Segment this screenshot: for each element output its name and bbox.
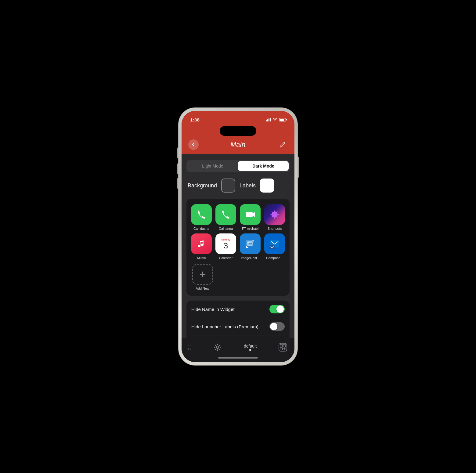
signal-bar-4 <box>270 118 271 121</box>
app-item-compose[interactable]: Compose... <box>264 233 285 260</box>
phone-screen: 1:38 <box>182 111 294 362</box>
svg-rect-0 <box>246 212 253 217</box>
add-new-label: Add New <box>196 287 209 290</box>
app-label-shortcuts: Shortcuts <box>268 227 282 230</box>
svg-rect-5 <box>269 245 275 249</box>
background-label: Background <box>188 182 217 189</box>
setting-hide-labels: Hide Launcher Labels (Premium) <box>186 318 290 335</box>
app-label-imageresize: ImageResi... <box>241 256 260 260</box>
labels-color-swatch[interactable] <box>260 179 274 193</box>
app-icon-compose <box>264 233 285 254</box>
battery-fill <box>280 119 284 121</box>
app-icon-ft-michael <box>240 204 261 225</box>
hide-labels-label: Hide Launcher Labels (Premium) <box>191 324 258 329</box>
page-title: Main <box>230 141 246 149</box>
app-icon-music <box>191 233 212 254</box>
status-time: 1:38 <box>190 117 200 122</box>
hide-labels-toggle[interactable] <box>269 322 285 331</box>
signal-bar-2 <box>267 119 268 121</box>
status-icons <box>266 117 286 122</box>
calendar-day: Sunday <box>222 238 230 241</box>
app-icon-call-anna <box>215 204 236 225</box>
setting-hide-name: Hide Name in Widget <box>186 301 290 318</box>
bottom-name-area: default <box>244 344 257 351</box>
battery-icon <box>279 118 286 121</box>
status-bar: 1:38 <box>182 111 294 126</box>
nav-bar: Main <box>182 138 294 154</box>
app-icon-shortcuts <box>264 204 285 225</box>
svg-rect-8 <box>280 345 283 347</box>
light-mode-button[interactable]: Light Mode <box>187 161 238 171</box>
svg-rect-7 <box>279 343 287 351</box>
app-icon-imageresize <box>240 233 261 254</box>
svg-point-3 <box>248 242 250 244</box>
back-button[interactable] <box>188 139 199 150</box>
bottom-bar: 8 12 default <box>182 338 294 355</box>
signal-bars-icon <box>266 118 271 121</box>
wifi-icon <box>272 117 277 122</box>
app-label-music: Music <box>197 256 206 260</box>
add-new-item[interactable]: Add New <box>191 264 215 290</box>
bottom-name: default <box>244 344 257 348</box>
add-new-icon <box>192 264 213 285</box>
header-area: 1:38 <box>182 111 294 154</box>
edit-button[interactable] <box>277 139 288 150</box>
add-widget-button[interactable] <box>277 342 288 353</box>
labels-label: Labels <box>240 182 256 189</box>
app-item-call-dasha[interactable]: Call dasha <box>191 204 212 230</box>
app-item-music[interactable]: Music <box>191 233 212 260</box>
app-label-call-anna: Call anna <box>219 227 233 230</box>
color-row: Background Labels <box>186 179 290 193</box>
svg-rect-9 <box>283 345 286 347</box>
dark-mode-button[interactable]: Dark Mode <box>238 161 289 171</box>
background-color-swatch[interactable] <box>221 179 235 193</box>
home-indicator-area <box>182 355 294 362</box>
toggle-knob-2 <box>270 323 277 330</box>
app-item-call-anna[interactable]: Call anna <box>215 204 236 230</box>
settings-container: Hide Name in Widget Hide Launcher Labels… <box>186 301 290 338</box>
phone-frame: 1:38 <box>179 108 298 365</box>
app-icon-calendar: Sunday 3 <box>215 233 236 254</box>
app-item-shortcuts[interactable]: Shortcuts <box>264 204 285 230</box>
bottom-dot <box>249 349 251 351</box>
app-grid: Call dasha Call anna <box>191 204 285 260</box>
svg-rect-10 <box>280 348 283 350</box>
main-content: Light Mode Dark Mode Background Labels <box>182 154 294 338</box>
signal-bar-3 <box>269 118 269 121</box>
app-label-compose: Compose... <box>266 256 283 260</box>
app-label-ft-michael: FT michael <box>242 227 258 230</box>
counter-bottom: 12 <box>188 347 191 351</box>
settings-gear-button[interactable] <box>212 342 223 353</box>
counter-display: 8 12 <box>188 343 191 351</box>
app-label-call-dasha: Call dasha <box>193 227 209 230</box>
calendar-date: 3 <box>224 242 228 250</box>
app-icon-call-dasha <box>191 204 212 225</box>
app-grid-container: Call dasha Call anna <box>186 199 290 296</box>
home-bar <box>218 357 258 359</box>
add-new-row: Add New <box>191 263 285 290</box>
app-item-calendar[interactable]: Sunday 3 Calendar <box>215 233 236 260</box>
counter-top: 8 <box>189 343 190 347</box>
dynamic-island <box>220 126 256 136</box>
svg-point-6 <box>216 346 219 348</box>
app-item-imageresize[interactable]: ImageResi... <box>240 233 261 260</box>
hide-name-label: Hide Name in Widget <box>191 307 235 312</box>
signal-bar-1 <box>266 120 267 121</box>
app-item-ft-michael[interactable]: FT michael <box>240 204 261 230</box>
hide-name-toggle[interactable] <box>269 305 285 313</box>
setting-launcher-size: Launcher Size (Premium) <box>186 335 290 338</box>
app-label-calendar: Calendar <box>219 256 233 260</box>
mode-toggle[interactable]: Light Mode Dark Mode <box>186 160 290 172</box>
toggle-knob <box>276 305 284 313</box>
